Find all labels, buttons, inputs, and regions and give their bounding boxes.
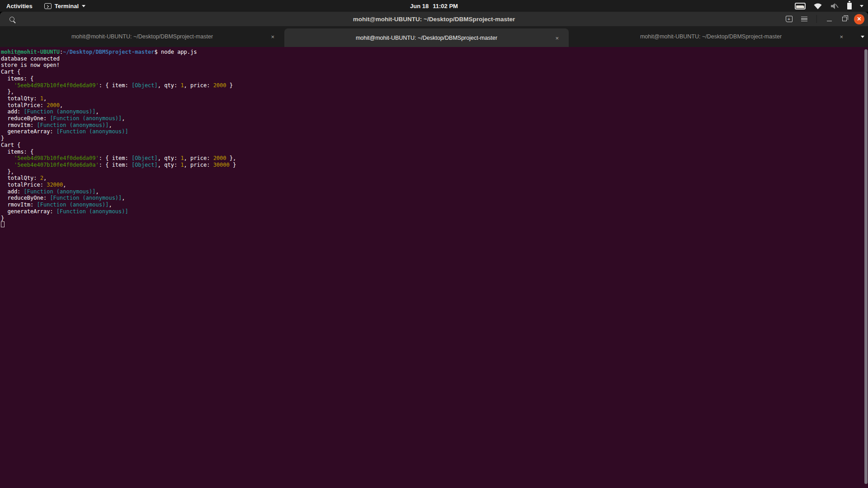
activities-button[interactable]: Activities — [6, 3, 33, 9]
system-status-area[interactable] — [795, 2, 863, 10]
terminal-title-bar: mohit@mohit-UBUNTU: ~/Desktop/DBMSprojec… — [0, 12, 868, 26]
app-menu-terminal[interactable]: Terminal — [44, 3, 85, 9]
terminal-line — [1, 221, 868, 228]
chevron-down-icon — [82, 5, 85, 7]
terminal-line: reduceByOne: [Function (anonymous)], — [1, 195, 868, 202]
terminal-line: reduceByOne: [Function (anonymous)], — [1, 115, 868, 122]
terminal-line: } — [1, 135, 868, 142]
close-button[interactable]: ✕ — [854, 14, 864, 24]
minimize-icon — [827, 21, 832, 22]
restore-icon — [842, 17, 847, 21]
clock-date: Jun 18 — [410, 3, 429, 9]
tab-title: mohit@mohit-UBUNTU: ~/Desktop/DBMSprojec… — [640, 33, 782, 40]
wifi-icon — [813, 3, 822, 9]
menu-button[interactable] — [798, 13, 810, 25]
volume-muted-icon — [830, 3, 839, 9]
tab-3[interactable]: mohit@mohit-UBUNTU: ~/Desktop/DBMSprojec… — [569, 26, 853, 47]
terminal-output: mohit@mohit-UBUNTU:~/Desktop/DBMSproject… — [0, 47, 868, 228]
terminal-line: totalPrice: 32000, — [1, 182, 868, 188]
terminal-line: database connected — [1, 56, 868, 62]
desktop-screen: Activities Terminal Jun 18 11:02 PM — [0, 0, 868, 488]
terminal-line: Cart { — [1, 142, 868, 149]
tab-close-icon[interactable]: × — [840, 33, 843, 40]
terminal-line: add: [Function (anonymous)], — [1, 108, 868, 115]
restore-button[interactable] — [839, 13, 850, 25]
terminal-line: Cart { — [1, 69, 868, 75]
hamburger-icon — [801, 17, 807, 22]
terminal-line: rmovItm: [Function (anonymous)], — [1, 202, 868, 208]
terminal-line: generateArray: [Function (anonymous)] — [1, 208, 868, 215]
terminal-app-icon — [44, 3, 52, 9]
battery-icon — [847, 2, 852, 10]
terminal-line: items: { — [1, 75, 868, 82]
search-icon — [9, 17, 14, 22]
chevron-down-icon — [861, 36, 864, 38]
terminal-line: }, — [1, 169, 868, 175]
terminal-line: mohit@mohit-UBUNTU:~/Desktop/DBMSproject… — [1, 49, 868, 56]
clock-button[interactable]: Jun 18 11:02 PM — [410, 3, 458, 9]
terminal-line: totalPrice: 2000, — [1, 102, 868, 109]
tab-2-active[interactable]: mohit@mohit-UBUNTU: ~/Desktop/DBMSprojec… — [284, 28, 569, 47]
terminal-line: }, — [1, 89, 868, 95]
terminal-line: totalQty: 2, — [1, 175, 868, 182]
close-icon: ✕ — [857, 16, 861, 22]
titlebar-separator — [816, 15, 817, 23]
tab-title: mohit@mohit-UBUNTU: ~/Desktop/DBMSprojec… — [71, 33, 213, 40]
terminal-line: '5eeb4d987b10fe4f0de6da09': { item: [Obj… — [1, 155, 868, 162]
gnome-top-bar: Activities Terminal Jun 18 11:02 PM — [0, 0, 868, 12]
terminal-line: items: { — [1, 149, 868, 155]
clock-time: 11:02 PM — [433, 3, 458, 9]
terminal-viewport[interactable]: mohit@mohit-UBUNTU:~/Desktop/DBMSproject… — [0, 47, 868, 488]
terminal-line: add: [Function (anonymous)], — [1, 188, 868, 195]
terminal-line: totalQty: 1, — [1, 95, 868, 102]
screen-share-icon — [795, 3, 806, 9]
tab-title: mohit@mohit-UBUNTU: ~/Desktop/DBMSprojec… — [356, 35, 497, 41]
terminal-cursor — [1, 221, 5, 227]
terminal-line: store is now open! — [1, 62, 868, 69]
chevron-down-icon — [860, 5, 863, 7]
search-button[interactable] — [6, 14, 17, 24]
tab-list-dropdown-button[interactable] — [861, 26, 864, 47]
tab-1[interactable]: mohit@mohit-UBUNTU: ~/Desktop/DBMSprojec… — [0, 26, 284, 47]
scrollbar-thumb[interactable] — [864, 49, 868, 484]
terminal-line: '5eeb4e407b10fe4f0de6da0a': { item: [Obj… — [1, 162, 868, 169]
terminal-line: rmovItm: [Function (anonymous)], — [1, 122, 868, 129]
tab-bar: mohit@mohit-UBUNTU: ~/Desktop/DBMSprojec… — [0, 26, 868, 47]
terminal-line: generateArray: [Function (anonymous)] — [1, 128, 868, 135]
terminal-line: '5eeb4d987b10fe4f0de6da09': { item: [Obj… — [1, 82, 868, 89]
app-menu-label: Terminal — [55, 3, 79, 9]
window-title: mohit@mohit-UBUNTU: ~/Desktop/DBMSprojec… — [353, 16, 515, 23]
new-tab-button[interactable]: + — [783, 13, 795, 25]
new-tab-icon: + — [786, 16, 793, 22]
tab-close-icon[interactable]: × — [271, 33, 274, 40]
tab-close-icon[interactable]: × — [555, 34, 559, 41]
terminal-line: } — [1, 215, 868, 222]
minimize-button[interactable] — [823, 13, 835, 25]
